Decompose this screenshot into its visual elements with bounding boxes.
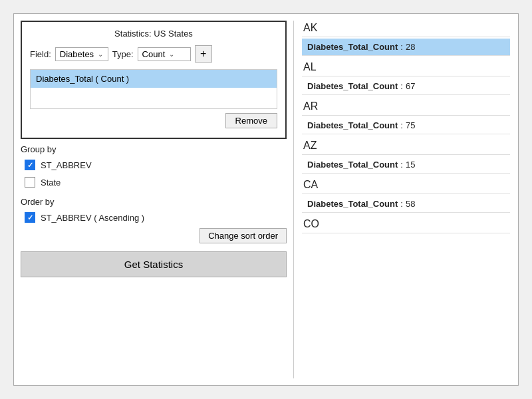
right-panel[interactable]: AKDiabetes_Total_Count : 28ALDiabetes_To… [294,14,518,385]
stat-key: Diabetes_Total_Count [307,42,398,52]
empty-list-row [31,88,277,104]
statistics-box: Statistics: US States Field: Diabetes ⌄ … [21,21,287,139]
field-dropdown[interactable]: Diabetes ⌄ [55,47,108,61]
stat-row: Diabetes_Total_Count : 75 [302,117,510,134]
remove-button-row: Remove [30,113,277,128]
stat-separator: : [400,160,403,170]
change-sort-row: Change sort order [21,228,287,243]
get-statistics-button[interactable]: Get Statistics [21,251,287,277]
checkbox-unchecked-icon[interactable] [25,177,35,188]
state-group: AKDiabetes_Total_Count : 28 [302,19,510,56]
stat-key: Diabetes_Total_Count [307,120,398,130]
field-type-row: Field: Diabetes ⌄ Type: Count ⌄ + [30,45,277,63]
state-name: AL [302,59,510,74]
checkbox-checked-icon[interactable] [25,212,35,223]
left-panel: Statistics: US States Field: Diabetes ⌄ … [14,14,293,385]
checkbox-label: ST_ABBREV ( Ascending ) [41,213,144,223]
group-by-label: Group by [21,144,287,154]
state-name: AK [302,19,510,35]
stat-row: Diabetes_Total_Count : 15 [302,156,510,174]
state-divider [302,233,510,233]
state-divider [302,154,510,155]
order-by-label: Order by [21,197,287,207]
field-dropdown-value: Diabetes [60,49,94,59]
state-divider [302,194,510,194]
type-label: Type: [112,49,134,59]
stat-separator: : [400,81,403,91]
order-by-section: Order by ST_ABBREV ( Ascending ) Change … [21,197,287,243]
stat-separator: : [400,199,403,209]
checkbox-label: State [41,178,61,188]
state-name: CA [302,176,510,192]
order-by-item[interactable]: ST_ABBREV ( Ascending ) [21,209,287,225]
checkbox-checked-icon[interactable] [25,160,35,170]
state-group: CADiabetes_Total_Count : 58 [302,176,510,213]
state-name: CO [302,215,510,231]
remove-button[interactable]: Remove [225,113,277,128]
type-dropdown[interactable]: Count ⌄ [138,47,191,61]
state-group: ARDiabetes_Total_Count : 75 [302,98,510,134]
change-sort-button[interactable]: Change sort order [200,228,287,243]
state-divider [302,37,510,37]
field-label: Field: [30,49,51,59]
type-dropdown-arrow: ⌄ [169,51,174,58]
checkbox-label: ST_ABBREV [41,160,92,170]
add-button[interactable]: + [195,45,212,63]
group-by-section: Group by ST_ABBREVState [21,144,287,192]
stat-row: Diabetes_Total_Count : 67 [302,78,510,95]
state-name: AZ [302,137,510,153]
group-by-item[interactable]: State [21,174,287,190]
main-window: Statistics: US States Field: Diabetes ⌄ … [13,13,519,386]
stat-key: Diabetes_Total_Count [307,81,398,91]
stat-value: 28 [406,42,415,52]
stat-separator: : [400,120,403,130]
state-group: ALDiabetes_Total_Count : 67 [302,59,510,95]
stat-value: 67 [406,81,415,91]
state-group: CO [302,215,510,233]
group-by-item[interactable]: ST_ABBREV [21,157,287,173]
state-name: AR [302,98,510,114]
state-divider [302,76,510,76]
stat-key: Diabetes_Total_Count [307,160,398,170]
state-divider [302,115,510,116]
stat-value: 58 [406,199,415,209]
group-by-items: ST_ABBREVState [21,157,287,190]
field-dropdown-arrow: ⌄ [98,51,103,58]
stat-key: Diabetes_Total_Count [307,199,398,209]
type-dropdown-value: Count [142,49,166,59]
selected-field-item[interactable]: Diabetes_Total ( Count ) [31,70,277,88]
stat-value: 75 [406,120,415,130]
stat-separator: : [400,42,403,52]
stat-row[interactable]: Diabetes_Total_Count : 28 [302,39,510,56]
stat-value: 15 [406,160,415,170]
order-by-items: ST_ABBREV ( Ascending ) [21,209,287,225]
state-group: AZDiabetes_Total_Count : 15 [302,137,510,174]
stat-row: Diabetes_Total_Count : 58 [302,196,510,213]
selected-fields-list: Diabetes_Total ( Count ) [30,69,277,109]
stats-title: Statistics: US States [30,29,277,39]
